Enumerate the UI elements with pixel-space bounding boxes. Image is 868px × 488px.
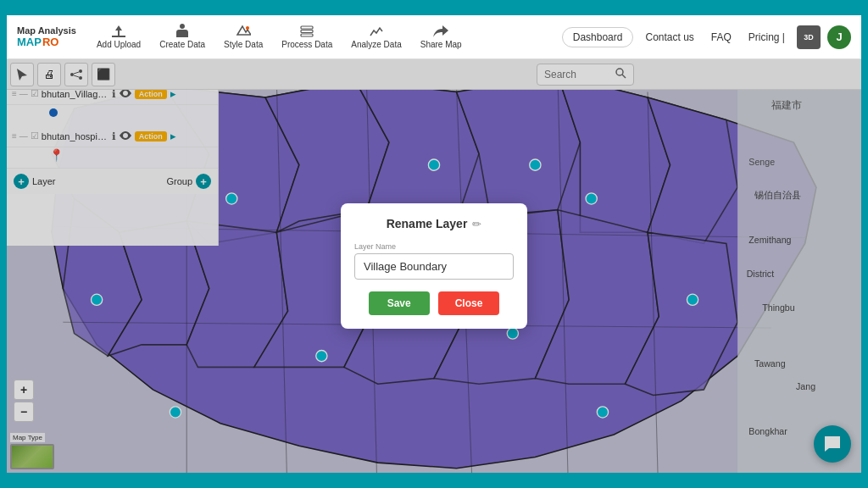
contact-link[interactable]: Contact us xyxy=(640,28,698,47)
map-area[interactable]: 🖨 ⬛ xyxy=(7,59,861,473)
nav-item-analyze-data[interactable]: Analyze Data xyxy=(344,21,408,53)
modal-pencil-icon: ✏ xyxy=(472,218,481,230)
main-area: 🖨 ⬛ xyxy=(7,59,861,473)
svg-point-1 xyxy=(246,26,249,30)
brand-title: Map Analysis xyxy=(17,25,76,36)
dashboard-button[interactable]: Dashboard xyxy=(562,27,634,47)
nav-items: Add Upload Create Data Style Data Proces… xyxy=(90,21,562,53)
modal-close-button[interactable]: Close xyxy=(438,291,500,315)
brand-logo: MAP RO xyxy=(17,36,58,48)
nav-item-share-map[interactable]: Share Map xyxy=(414,21,469,53)
nav-label-add-upload: Add Upload xyxy=(97,40,141,49)
modal-save-button[interactable]: Save xyxy=(369,291,430,315)
faq-link[interactable]: FAQ xyxy=(706,28,737,47)
nav-item-add-upload[interactable]: Add Upload xyxy=(90,21,147,53)
rename-layer-modal: Rename Layer ✏ Layer Name Save Close xyxy=(341,203,527,329)
nav-label-analyze-data: Analyze Data xyxy=(351,40,401,49)
pricing-link[interactable]: Pricing | xyxy=(743,28,790,47)
create-icon xyxy=(174,25,191,38)
svg-rect-0 xyxy=(112,36,125,37)
upload-icon xyxy=(110,25,127,38)
analyze-icon xyxy=(368,25,385,38)
modal-field-label: Layer Name xyxy=(354,242,514,251)
svg-rect-3 xyxy=(301,30,313,33)
nav-item-style-data[interactable]: Style Data xyxy=(217,21,270,53)
process-icon xyxy=(298,25,315,38)
logo-pro: RO xyxy=(42,36,59,48)
nav-label-process-data: Process Data xyxy=(281,40,332,49)
navbar: Map Analysis MAP RO Add Upload Create Da… xyxy=(7,15,861,59)
nav-label-style-data: Style Data xyxy=(224,40,263,49)
style-icon xyxy=(235,25,252,38)
svg-rect-2 xyxy=(301,26,313,29)
nav-item-process-data[interactable]: Process Data xyxy=(275,21,339,53)
svg-rect-4 xyxy=(301,34,313,36)
nav-item-create-data[interactable]: Create Data xyxy=(153,21,212,53)
modal-header: Rename Layer ✏ xyxy=(354,217,514,230)
brand: Map Analysis MAP RO xyxy=(17,25,76,48)
modal-actions: Save Close xyxy=(354,291,514,315)
avatar[interactable]: J xyxy=(827,25,851,49)
nav-label-share-map: Share Map xyxy=(420,40,462,49)
modal-overlay: Rename Layer ✏ Layer Name Save Close xyxy=(7,59,861,473)
layer-name-input[interactable] xyxy=(354,253,514,280)
modal-title: Rename Layer xyxy=(387,217,468,230)
nav-label-create-data: Create Data xyxy=(159,40,205,49)
3d-button[interactable]: 3D xyxy=(797,25,821,49)
nav-right: Dashboard Contact us FAQ Pricing | 3D J xyxy=(562,25,851,49)
logo-map: MAP xyxy=(17,36,42,48)
share-icon xyxy=(432,25,449,38)
